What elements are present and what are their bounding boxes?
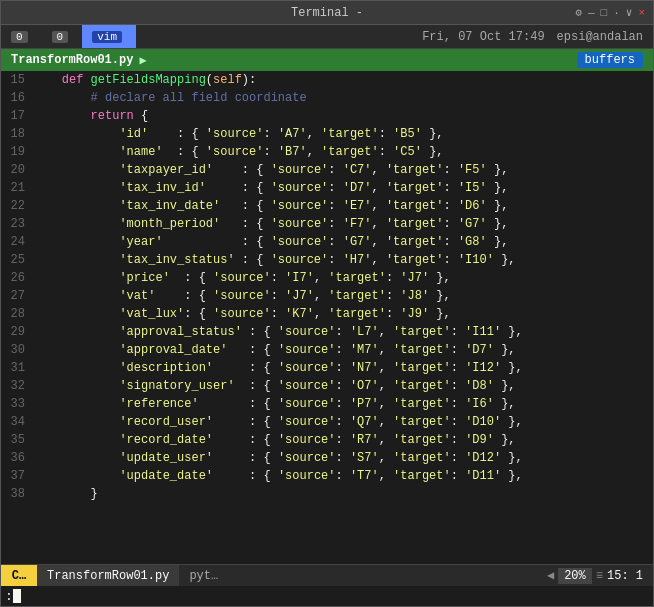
line-number-22: 22 bbox=[1, 197, 33, 215]
scroll-percent: 20% bbox=[558, 568, 592, 584]
line-number-37: 37 bbox=[1, 467, 33, 485]
line-content-28: 'vat_lux': { 'source': 'K7', 'target': '… bbox=[33, 305, 451, 323]
code-line-37: 37 'update_date' : { 'source': 'T7', 'ta… bbox=[1, 467, 653, 485]
line-number-19: 19 bbox=[1, 143, 33, 161]
line-number-24: 24 bbox=[1, 233, 33, 251]
line-number-23: 23 bbox=[1, 215, 33, 233]
line-number-21: 21 bbox=[1, 179, 33, 197]
code-line-28: 28 'vat_lux': { 'source': 'K7', 'target'… bbox=[1, 305, 653, 323]
code-line-27: 27 'vat' : { 'source': 'J7', 'target': '… bbox=[1, 287, 653, 305]
nav-left-arrow: ◀ bbox=[547, 568, 554, 583]
code-line-22: 22 'tax_inv_date' : { 'source': 'E7', 't… bbox=[1, 197, 653, 215]
close-icon[interactable]: × bbox=[638, 7, 645, 19]
code-line-32: 32 'signatory_user' : { 'source': 'O7', … bbox=[1, 377, 653, 395]
settings-icon[interactable]: ⚙ bbox=[575, 6, 582, 19]
code-line-21: 21 'tax_inv_id' : { 'source': 'D7', 'tar… bbox=[1, 179, 653, 197]
line-number-17: 17 bbox=[1, 107, 33, 125]
code-area: 15 def getFieldsMapping(self): 16 # decl… bbox=[1, 71, 653, 564]
line-number-20: 20 bbox=[1, 161, 33, 179]
line-content-27: 'vat' : { 'source': 'J7', 'target': 'J8'… bbox=[33, 287, 451, 305]
line-content-23: 'month_period' : { 'source': 'F7', 'targ… bbox=[33, 215, 508, 233]
line-number-36: 36 bbox=[1, 449, 33, 467]
line-content-25: 'tax_inv_status' : { 'source': 'H7', 'ta… bbox=[33, 251, 516, 269]
tab-number-1: 0 bbox=[52, 31, 69, 43]
line-content-33: 'reference' : { 'source': 'P7', 'target'… bbox=[33, 395, 516, 413]
line-content-21: 'tax_inv_id' : { 'source': 'D7', 'target… bbox=[33, 179, 508, 197]
code-line-24: 24 'year' : { 'source': 'G7', 'target': … bbox=[1, 233, 653, 251]
dot-icon: · bbox=[613, 7, 620, 19]
code-line-26: 26 'price' : { 'source': 'I7', 'target':… bbox=[1, 269, 653, 287]
line-number-30: 30 bbox=[1, 341, 33, 359]
line-number-27: 27 bbox=[1, 287, 33, 305]
vim-mode-indicator: C… bbox=[1, 565, 37, 586]
window-title: Terminal - bbox=[291, 6, 363, 20]
code-line-30: 30 'approval_date' : { 'source': 'M7', '… bbox=[1, 341, 653, 359]
code-line-25: 25 'tax_inv_status' : { 'source': 'H7', … bbox=[1, 251, 653, 269]
tab-number-0: 0 bbox=[11, 31, 28, 43]
maximize-icon[interactable]: □ bbox=[601, 7, 608, 19]
line-number-32: 32 bbox=[1, 377, 33, 395]
line-content-17: return { bbox=[33, 107, 148, 125]
line-number-29: 29 bbox=[1, 323, 33, 341]
code-line-35: 35 'record_date' : { 'source': 'R7', 'ta… bbox=[1, 431, 653, 449]
line-number-16: 16 bbox=[1, 89, 33, 107]
line-content-16: # declare all field coordinate bbox=[33, 89, 307, 107]
tab-number-vim: vim bbox=[92, 31, 122, 43]
line-content-38: } bbox=[33, 485, 98, 503]
line-number-18: 18 bbox=[1, 125, 33, 143]
line-number-33: 33 bbox=[1, 395, 33, 413]
code-line-29: 29 'approval_status' : { 'source': 'L7',… bbox=[1, 323, 653, 341]
title-bar: Terminal - ⚙ — □ · ∨ × bbox=[1, 1, 653, 25]
line-content-20: 'taxpayer_id' : { 'source': 'C7', 'targe… bbox=[33, 161, 508, 179]
code-line-15: 15 def getFieldsMapping(self): bbox=[1, 71, 653, 89]
line-content-15: def getFieldsMapping(self): bbox=[33, 71, 256, 89]
line-number-31: 31 bbox=[1, 359, 33, 377]
line-number-26: 26 bbox=[1, 269, 33, 287]
line-content-36: 'update_user' : { 'source': 'S7', 'targe… bbox=[33, 449, 523, 467]
line-content-26: 'price' : { 'source': 'I7', 'target': 'J… bbox=[33, 269, 451, 287]
code-line-34: 34 'record_user' : { 'source': 'Q7', 'ta… bbox=[1, 413, 653, 431]
cursor-position: 15: 1 bbox=[607, 569, 643, 583]
code-line-31: 31 'description' : { 'source': 'N7', 'ta… bbox=[1, 359, 653, 377]
command-prompt: : bbox=[5, 589, 13, 604]
file-bar-filename: TransformRow01.py bbox=[11, 53, 133, 67]
bottom-filename: TransformRow01.py bbox=[37, 565, 179, 586]
code-line-23: 23 'month_period' : { 'source': 'F7', 't… bbox=[1, 215, 653, 233]
line-content-18: 'id' : { 'source': 'A7', 'target': 'B5' … bbox=[33, 125, 444, 143]
line-number-34: 34 bbox=[1, 413, 33, 431]
tab-0-second[interactable]: 0 bbox=[42, 25, 83, 48]
nav-equals: ≡ bbox=[596, 569, 603, 583]
line-content-31: 'description' : { 'source': 'N7', 'targe… bbox=[33, 359, 523, 377]
bottom-status-bar: C… TransformRow01.py pyt… ◀ 20% ≡ 15: 1 bbox=[1, 564, 653, 586]
minimize-icon[interactable]: — bbox=[588, 7, 595, 19]
status-bar-right: Fri, 07 Oct 17:49 epsi@andalan bbox=[412, 25, 653, 48]
code-line-38: 38 } bbox=[1, 485, 653, 503]
line-content-34: 'record_user' : { 'source': 'Q7', 'targe… bbox=[33, 413, 523, 431]
tab-bar: 0 0 vim Fri, 07 Oct 17:49 epsi@andalan bbox=[1, 25, 653, 49]
line-number-25: 25 bbox=[1, 251, 33, 269]
line-number-38: 38 bbox=[1, 485, 33, 503]
line-number-15: 15 bbox=[1, 71, 33, 89]
line-content-19: 'name' : { 'source': 'B7', 'target': 'C5… bbox=[33, 143, 444, 161]
line-content-30: 'approval_date' : { 'source': 'M7', 'tar… bbox=[33, 341, 516, 359]
code-line-33: 33 'reference' : { 'source': 'P7', 'targ… bbox=[1, 395, 653, 413]
bottom-navigation: ◀ 20% ≡ 15: 1 bbox=[547, 568, 653, 584]
command-cursor bbox=[13, 589, 21, 603]
chevron-down-icon[interactable]: ∨ bbox=[626, 6, 633, 19]
line-content-32: 'signatory_user' : { 'source': 'O7', 'ta… bbox=[33, 377, 516, 395]
user-display: epsi@andalan bbox=[557, 30, 643, 44]
code-line-20: 20 'taxpayer_id' : { 'source': 'C7', 'ta… bbox=[1, 161, 653, 179]
code-line-19: 19 'name' : { 'source': 'B7', 'target': … bbox=[1, 143, 653, 161]
command-line[interactable]: : bbox=[1, 586, 653, 606]
line-content-22: 'tax_inv_date' : { 'source': 'E7', 'targ… bbox=[33, 197, 508, 215]
line-content-35: 'record_date' : { 'source': 'R7', 'targe… bbox=[33, 431, 516, 449]
buffers-button[interactable]: buffers bbox=[577, 52, 643, 68]
window-controls[interactable]: ⚙ — □ · ∨ × bbox=[575, 6, 645, 19]
line-content-29: 'approval_status' : { 'source': 'L7', 't… bbox=[33, 323, 523, 341]
line-number-28: 28 bbox=[1, 305, 33, 323]
terminal-window: Terminal - ⚙ — □ · ∨ × 0 0 vim Fri, 07 O… bbox=[0, 0, 654, 607]
tab-vim[interactable]: vim bbox=[82, 25, 136, 48]
line-number-35: 35 bbox=[1, 431, 33, 449]
tab-0-first[interactable]: 0 bbox=[1, 25, 42, 48]
code-line-36: 36 'update_user' : { 'source': 'S7', 'ta… bbox=[1, 449, 653, 467]
